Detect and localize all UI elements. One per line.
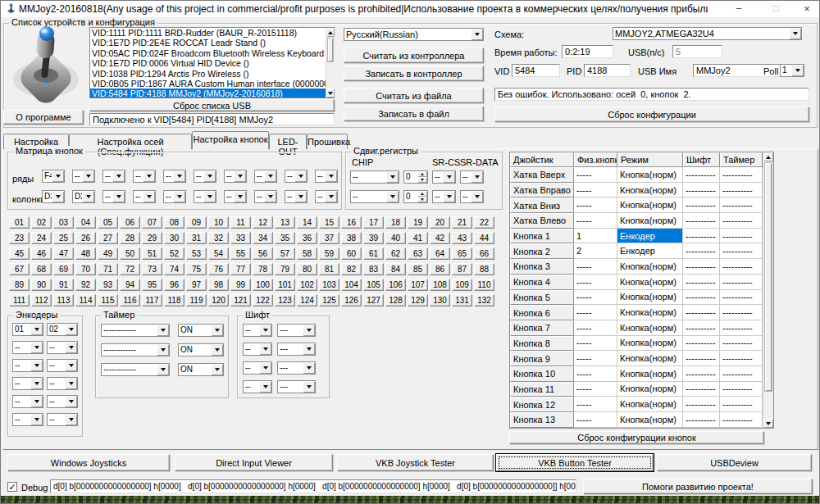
table-cell-phys-button[interactable]: ----- xyxy=(574,183,617,198)
combo-arrow-button[interactable] xyxy=(203,170,216,182)
encoder-select[interactable]: -- xyxy=(47,377,78,390)
combo-arrow-button[interactable] xyxy=(65,324,77,335)
table-cell-timer[interactable]: ---------- xyxy=(720,351,763,366)
combo-arrow-button[interactable] xyxy=(259,325,271,336)
combo-arrow-button[interactable] xyxy=(112,170,125,182)
matrix-number-button[interactable]: 78 xyxy=(253,263,273,275)
matrix-number-button[interactable]: 83 xyxy=(363,263,384,275)
table-cell-mode[interactable]: Кнопка(норм) xyxy=(617,366,683,382)
scroll-down-button[interactable] xyxy=(326,89,335,98)
table-cell-phys-button[interactable]: ----- xyxy=(574,336,617,352)
debug-checkbox[interactable]: ✓ xyxy=(7,482,17,492)
table-cell-mode[interactable]: Енкодер xyxy=(617,243,683,259)
table-cell-timer[interactable]: ---------- xyxy=(720,167,763,183)
matrix-number-button[interactable]: 131 xyxy=(452,294,472,306)
matrix-number-button[interactable]: 02 xyxy=(31,216,52,229)
table-cell-joystick[interactable]: Кнопка 12 xyxy=(510,397,574,412)
table-header-joystick[interactable]: Джойстик xyxy=(510,152,574,167)
matrix-number-button[interactable]: 129 xyxy=(408,294,428,306)
matrix-number-button[interactable]: 34 xyxy=(253,232,273,244)
timer-mode-select[interactable]: ON xyxy=(178,363,224,376)
matrix-number-button[interactable]: 12 xyxy=(253,216,273,229)
matrix-number-button[interactable]: 53 xyxy=(186,247,207,260)
combo-arrow-button[interactable] xyxy=(386,171,399,183)
matrix-number-button[interactable]: 127 xyxy=(363,294,384,306)
combo-arrow-button[interactable] xyxy=(30,324,43,335)
encoder-select[interactable]: -- xyxy=(47,413,78,426)
sr-data-select[interactable]: -- xyxy=(460,190,484,203)
matrix-number-button[interactable]: 05 xyxy=(98,216,118,229)
table-cell-mode[interactable]: Кнопка(норм) xyxy=(617,320,683,336)
table-cell-timer[interactable]: ---------- xyxy=(720,259,763,275)
matrix-number-button[interactable]: 31 xyxy=(186,232,207,244)
shift-mode-select[interactable]: --- xyxy=(277,343,316,356)
matrix-number-button[interactable]: 39 xyxy=(363,232,384,244)
table-cell-mode[interactable]: Кнопка(норм) xyxy=(617,382,683,397)
table-cell-shift[interactable]: ---------- xyxy=(683,397,720,412)
combo-arrow-button[interactable] xyxy=(157,344,169,356)
combo-arrow-button[interactable] xyxy=(143,191,155,202)
table-cell-shift[interactable]: ---------- xyxy=(683,366,720,382)
matrix-number-button[interactable]: 20 xyxy=(430,216,450,229)
combo-arrow-button[interactable] xyxy=(173,191,185,202)
table-header-phys-button[interactable]: Физ.кнопка xyxy=(574,152,617,167)
table-cell-joystick[interactable]: Кнопка 1 xyxy=(510,229,574,244)
shift-mode-select[interactable]: --- xyxy=(277,361,316,375)
combo-arrow-button[interactable] xyxy=(259,381,271,393)
table-cell-shift[interactable]: ---------- xyxy=(683,290,720,306)
spinner-down-button[interactable] xyxy=(417,177,427,183)
table-cell-timer[interactable]: ---------- xyxy=(720,336,763,352)
combo-arrow-button[interactable] xyxy=(65,342,77,353)
sr-number-spinner[interactable]: 0 xyxy=(403,190,428,203)
table-cell-phys-button[interactable]: ----- xyxy=(574,167,617,183)
combo-arrow-button[interactable] xyxy=(259,362,271,374)
matrix-col-select[interactable]: -- xyxy=(315,190,338,203)
timer-source-select[interactable]: ------------ xyxy=(101,324,170,337)
matrix-number-button[interactable]: 118 xyxy=(164,294,184,306)
matrix-number-button[interactable]: 98 xyxy=(208,279,229,291)
shift-button-select[interactable]: -- xyxy=(243,380,272,393)
matrix-number-button[interactable]: 15 xyxy=(319,216,339,229)
matrix-number-button[interactable]: 74 xyxy=(164,263,184,275)
device-list-scrollbar[interactable] xyxy=(326,28,335,98)
combo-arrow-button[interactable] xyxy=(303,362,315,374)
combo-arrow-button[interactable] xyxy=(157,325,169,336)
combo-arrow-button[interactable] xyxy=(303,325,315,336)
table-cell-shift[interactable]: ---------- xyxy=(683,183,720,198)
write-to-controller-button[interactable]: Записать в контроллер xyxy=(344,66,484,81)
table-cell-mode[interactable]: Кнопка(норм) xyxy=(617,351,683,366)
combo-arrow-button[interactable] xyxy=(264,170,276,182)
table-cell-joystick[interactable]: Кнопка 9 xyxy=(510,351,574,366)
matrix-number-button[interactable]: 79 xyxy=(275,263,295,275)
sr-chip-select[interactable]: -- xyxy=(350,190,399,203)
matrix-number-button[interactable]: 01 xyxy=(9,216,30,229)
matrix-number-button[interactable]: 48 xyxy=(75,247,96,260)
table-cell-shift[interactable]: ---------- xyxy=(683,275,720,290)
table-cell-joystick[interactable]: Кнопка 5 xyxy=(510,290,574,306)
matrix-number-button[interactable]: 18 xyxy=(385,216,406,229)
table-cell-mode[interactable]: Кнопка(норм) xyxy=(617,397,683,412)
timer-mode-select[interactable]: ON xyxy=(178,343,224,356)
encoder-select[interactable]: -- xyxy=(12,359,43,372)
matrix-number-button[interactable]: 85 xyxy=(408,263,428,275)
table-cell-mode[interactable]: Кнопка(норм) xyxy=(617,412,683,428)
combo-arrow-button[interactable] xyxy=(471,191,483,202)
matrix-number-button[interactable]: 14 xyxy=(297,216,317,229)
matrix-row-select[interactable]: -- xyxy=(72,170,95,183)
table-cell-phys-button[interactable]: ----- xyxy=(574,275,617,290)
table-cell-phys-button[interactable]: ----- xyxy=(574,305,617,320)
table-cell-timer[interactable]: ---------- xyxy=(720,213,763,229)
matrix-number-button[interactable]: 11 xyxy=(230,216,251,229)
table-cell-phys-button[interactable]: ----- xyxy=(574,259,617,275)
reset-usb-list-button[interactable]: Сброс списка USB xyxy=(89,99,335,111)
matrix-number-button[interactable]: 28 xyxy=(120,232,140,244)
matrix-row-select[interactable]: F4 xyxy=(42,170,65,183)
matrix-number-button[interactable]: 68 xyxy=(31,263,52,275)
table-scrollbar[interactable] xyxy=(763,152,773,428)
scrollbar-thumb[interactable] xyxy=(764,162,772,392)
matrix-number-button[interactable]: 99 xyxy=(230,279,251,291)
matrix-number-button[interactable]: 50 xyxy=(120,247,140,260)
table-cell-joystick[interactable]: Кнопка 10 xyxy=(510,366,574,382)
matrix-number-button[interactable]: 104 xyxy=(341,279,362,291)
matrix-number-button[interactable]: 08 xyxy=(164,216,184,229)
